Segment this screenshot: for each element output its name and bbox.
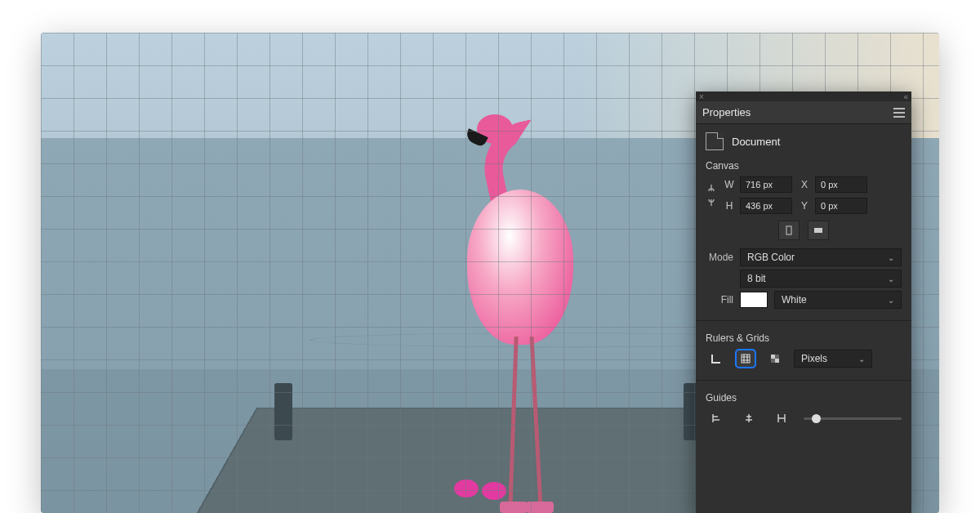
rulers-grids-heading: Rulers & Grids (706, 332, 902, 344)
fill-select[interactable]: White ⌄ (774, 291, 902, 309)
orientation-portrait-button[interactable] (778, 221, 800, 240)
panel-dragbar[interactable]: × « (696, 91, 911, 101)
height-label: H (724, 200, 735, 212)
canvas-heading: Canvas (706, 160, 902, 172)
editor-stage: × « Properties Document Canvas W (41, 33, 939, 513)
chevron-down-icon: ⌄ (858, 355, 865, 364)
dock-post-left (274, 383, 292, 440)
canvas-section: Canvas W H X (696, 152, 911, 317)
height-input[interactable] (740, 198, 792, 214)
close-icon[interactable]: × (699, 92, 704, 101)
guides-section: Guides (696, 384, 911, 436)
svg-rect-0 (786, 226, 791, 234)
fill-value: White (782, 294, 807, 306)
guides-align-center-button[interactable] (738, 408, 760, 428)
panel-menu-icon[interactable] (893, 108, 905, 118)
width-label: W (724, 179, 735, 190)
slider-thumb[interactable] (812, 414, 821, 423)
chevron-down-icon: ⌄ (888, 274, 894, 283)
guides-align-distribute-button[interactable] (771, 408, 792, 428)
orientation-landscape-button[interactable] (808, 221, 829, 240)
fill-swatch[interactable] (740, 292, 768, 308)
mode-label: Mode (706, 252, 733, 263)
svg-rect-6 (771, 359, 775, 363)
color-mode-select[interactable]: RGB Color ⌄ (740, 248, 902, 266)
guides-heading: Guides (706, 392, 902, 404)
bit-depth-value: 8 bit (747, 273, 766, 284)
document-label: Document (732, 136, 780, 148)
y-input[interactable] (815, 198, 867, 214)
ruler-units-value: Pixels (801, 353, 827, 364)
grid-toggle-button[interactable] (735, 349, 756, 368)
x-input[interactable] (815, 176, 867, 193)
panel-tabbar: Properties (696, 101, 911, 124)
svg-rect-1 (814, 228, 822, 233)
svg-rect-4 (775, 359, 779, 363)
x-label: X (799, 179, 810, 190)
rulers-toggle-button[interactable] (706, 349, 727, 368)
guides-align-left-button[interactable] (706, 408, 727, 428)
transparency-grid-button[interactable] (764, 349, 786, 368)
color-mode-value: RGB Color (747, 252, 795, 263)
svg-rect-2 (742, 355, 750, 363)
properties-panel: × « Properties Document Canvas W (696, 91, 911, 513)
panel-title[interactable]: Properties (702, 106, 751, 118)
flip-flops (454, 480, 511, 501)
chevron-down-icon: ⌄ (888, 253, 894, 262)
y-label: Y (799, 200, 810, 212)
collapse-icon[interactable]: « (903, 92, 908, 101)
svg-rect-3 (771, 355, 775, 359)
ruler-units-select[interactable]: Pixels ⌄ (794, 350, 872, 368)
rulers-grids-section: Rulers & Grids Pixels ⌄ (696, 324, 911, 377)
link-dimensions-icon[interactable] (706, 177, 717, 213)
flamingo-figure (436, 100, 608, 508)
guide-color-slider[interactable] (804, 417, 902, 420)
fill-label: Fill (706, 294, 733, 306)
chevron-down-icon: ⌄ (888, 296, 894, 305)
width-input[interactable] (740, 176, 792, 193)
bit-depth-select[interactable]: 8 bit ⌄ (740, 270, 902, 288)
svg-rect-5 (775, 355, 779, 359)
document-icon (706, 132, 724, 150)
